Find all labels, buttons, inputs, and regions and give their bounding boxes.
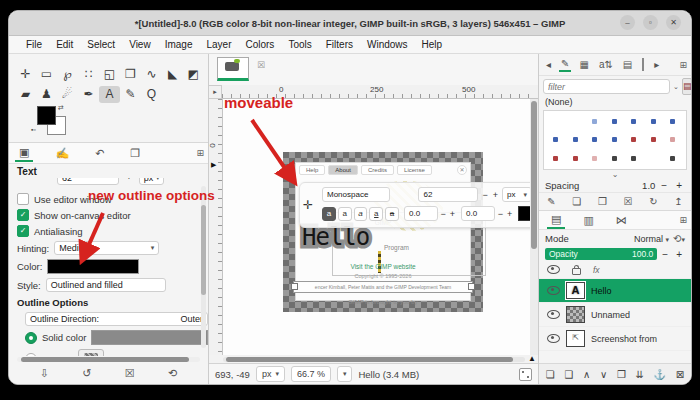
opacity-minus[interactable]: − [659,249,671,260]
layer-name[interactable]: Hello [591,286,612,296]
filter-chevron-icon[interactable]: ⌄ [673,83,679,91]
fx-icon[interactable]: fx [593,265,600,275]
tool-options-scrollbar[interactable] [201,186,206,348]
transform-tool-icon[interactable]: ❐ [120,66,141,83]
zoom-dropdown-button[interactable]: ▾ [337,366,353,382]
brush-list-expander-icon[interactable]: ⌄ [539,170,691,179]
tab-layers[interactable]: ▤ [547,212,565,229]
outline-color-swatch[interactable] [91,330,208,345]
tab-patterns[interactable]: ▦ [577,58,590,71]
layer-name[interactable]: Screenshot from [591,334,657,344]
brush-item[interactable] [585,132,605,148]
menu-colors[interactable]: Colors [238,39,281,50]
layers-dock-menu-icon[interactable]: ⊞ [679,215,687,225]
raise-layer-icon[interactable]: ∧ [583,369,590,380]
brush-item[interactable] [644,151,664,167]
underline-button[interactable]: a [369,207,383,221]
brush-item[interactable] [624,151,644,167]
free-select-tool-icon[interactable]: ℘ [57,66,78,83]
tool-options-hscrollbar[interactable] [17,357,200,362]
canvas-vscrollbar[interactable] [530,99,538,355]
canvas[interactable]: Help About Credits License ✕ GIMP Hello … [223,99,530,355]
mode-dropdown[interactable]: Normal ▾ [634,234,669,244]
move-tool-icon[interactable]: ✛ [15,66,36,83]
size-unit-dropdown[interactable]: px ▾ [139,178,165,185]
ruler-origin-button[interactable] [209,85,222,99]
brush-item[interactable] [624,113,644,129]
brush-item[interactable] [644,132,664,148]
font-size-field-canvas[interactable]: 62 [418,187,478,202]
italic-button[interactable]: a [354,207,368,221]
pattern-radio[interactable] [25,353,37,356]
foreground-color-swatch[interactable] [37,106,56,125]
new-layer-icon[interactable]: ❏ [546,369,555,380]
opacity-slider[interactable]: Opacity 100.0 [545,248,657,260]
screenshot-layer[interactable]: Help About Credits License ✕ GIMP Hello … [283,152,483,312]
text-tool-icon[interactable]: A [99,86,120,103]
menu-image[interactable]: Image [158,39,200,50]
solid-color-radio[interactable] [25,332,37,344]
rectangle-select-tool-icon[interactable]: ▭ [36,66,57,83]
use-editor-checkbox[interactable] [17,193,29,205]
style-field[interactable]: Outlined and filled [46,278,166,292]
delete-preset-icon[interactable]: ☒ [125,367,135,380]
tab-images[interactable]: ❐ [126,146,144,161]
zoom-field[interactable]: 66.7 % [291,366,331,382]
position-unit-dropdown[interactable]: px▾ [256,366,285,382]
merge-down-icon[interactable]: ⇊ [636,369,644,380]
text-color-swatch[interactable] [47,259,139,274]
layer-row-screenshot[interactable]: ⇱ Screenshot from [539,326,691,350]
scroll-tabs-left-icon[interactable]: ◂ [544,58,553,71]
menu-help[interactable]: Help [415,39,450,50]
text-color-swatch-canvas[interactable] [518,206,530,221]
layer-visibility-icon[interactable] [547,334,560,343]
visibility-lock-icon[interactable] [547,265,560,274]
mode-reset-icon[interactable]: ⟲▾ [673,233,685,244]
brush-item[interactable] [566,113,586,129]
delete-layer-icon[interactable]: ⊠ [676,369,684,380]
menu-edit[interactable]: Edit [49,39,80,50]
kerning-field[interactable]: 0.0 [461,206,495,221]
tab-paths[interactable]: ⋈ [612,213,631,228]
menu-layer[interactable]: Layer [199,39,238,50]
menu-view[interactable]: View [122,39,158,50]
duplicate-brush-icon[interactable]: ❐ [598,196,607,207]
brush-item[interactable] [566,132,586,148]
outline-direction-field[interactable]: Outline Direction: Outer [25,312,208,326]
navigation-icon[interactable]: ▲ [528,355,536,363]
smudge-tool-icon[interactable]: ☄ [57,86,78,103]
lower-layer-icon[interactable]: ∨ [600,369,607,380]
brush-filter-input[interactable] [543,79,670,94]
anchor-layer-icon[interactable]: ⚓ [654,369,666,380]
open-brush-icon[interactable]: ↥ [674,196,682,207]
brush-item[interactable] [644,113,664,129]
tab-document-history[interactable]: ▤ [621,58,634,71]
right-dock-menu-icon[interactable]: ⊞ [679,60,687,70]
brush-item[interactable] [585,113,605,129]
brush-grid[interactable] [543,110,687,170]
warp-tool-icon[interactable]: ∿ [141,66,162,83]
gradient-tool-icon[interactable]: ◩ [183,66,204,83]
antialiasing-checkbox[interactable]: ✓ [17,225,29,237]
brush-item[interactable] [663,151,683,167]
swap-colors-icon[interactable]: ⇄ [58,104,64,112]
clone-tool-icon[interactable]: ♟ [36,86,57,103]
on-canvas-text-toolbar[interactable]: ✛ Monospace 62 − + px▾ a a a a [299,182,530,228]
brush-item[interactable] [663,132,683,148]
font-unit-dropdown[interactable]: px▾ [502,187,530,202]
view-mode-button[interactable]: ▤ [682,78,692,95]
layer-row-hello[interactable]: A Hello [539,278,691,302]
toolbar-move-handle[interactable]: ✛ [303,198,313,212]
spacing-value[interactable]: 1.0 [642,180,655,191]
clear-style-button[interactable]: a [322,207,336,221]
pencil-tool-icon[interactable]: ✎ [120,86,141,103]
tab-device-status[interactable]: ✍ [51,146,73,161]
brush-item[interactable] [605,113,625,129]
brush-item[interactable] [605,151,625,167]
menu-tools[interactable]: Tools [281,39,318,50]
brush-item[interactable] [566,151,586,167]
eraser-tool-icon[interactable]: ▰ [15,86,36,103]
font-size-minus[interactable]: − [481,190,488,200]
brush-item[interactable] [624,132,644,148]
brush-item[interactable] [585,151,605,167]
